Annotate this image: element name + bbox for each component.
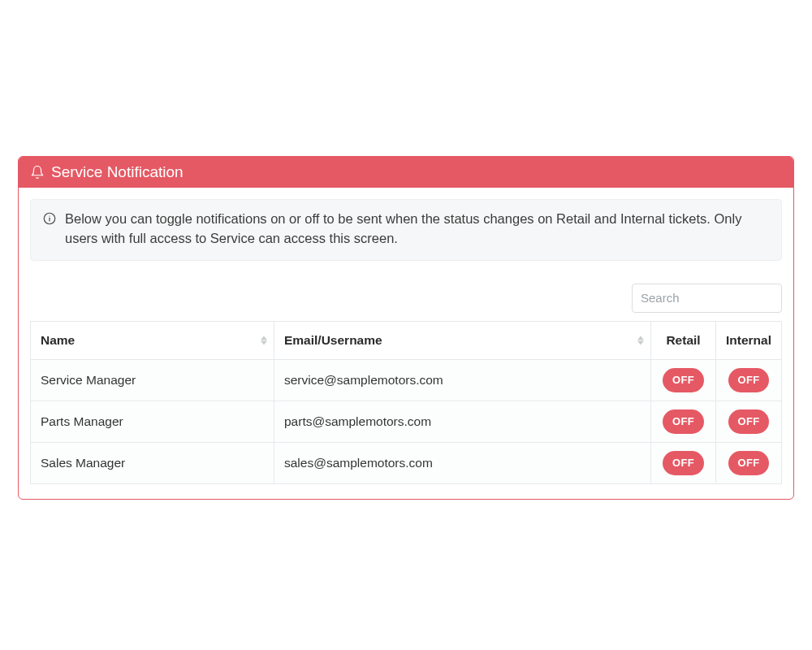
internal-toggle[interactable]: OFF — [728, 451, 770, 475]
cell-name: Parts Manager — [31, 401, 274, 442]
col-header-retail: Retail — [651, 321, 716, 359]
panel-header: Service Notification — [19, 157, 793, 188]
sort-icon — [261, 336, 267, 344]
cell-name: Service Manager — [31, 359, 274, 401]
panel-title: Service Notification — [51, 163, 184, 181]
retail-toggle[interactable]: OFF — [663, 368, 704, 392]
cell-retail: OFF — [651, 401, 716, 442]
col-header-email[interactable]: Email/Username — [274, 321, 651, 359]
info-box: Below you can toggle notifications on or… — [30, 199, 782, 261]
col-header-name-label: Name — [41, 333, 75, 347]
info-icon — [42, 211, 57, 232]
table-row: Service Manager service@samplemotors.com… — [31, 359, 782, 401]
cell-internal: OFF — [716, 359, 782, 401]
col-header-email-label: Email/Username — [284, 333, 382, 347]
cell-email: parts@samplemotors.com — [274, 401, 651, 442]
table-row: Parts Manager parts@samplemotors.com OFF… — [31, 401, 782, 442]
col-header-retail-label: Retail — [666, 333, 700, 347]
cell-internal: OFF — [716, 401, 782, 442]
cell-name: Sales Manager — [31, 442, 274, 483]
internal-toggle[interactable]: OFF — [728, 410, 770, 434]
col-header-name[interactable]: Name — [31, 321, 274, 359]
sort-icon — [637, 336, 644, 344]
search-row — [30, 284, 782, 313]
cell-email: sales@samplemotors.com — [274, 442, 651, 483]
cell-internal: OFF — [716, 442, 782, 483]
bell-icon — [30, 165, 45, 180]
cell-retail: OFF — [651, 359, 716, 401]
panel-body: Below you can toggle notifications on or… — [19, 188, 793, 499]
internal-toggle[interactable]: OFF — [728, 368, 770, 392]
info-text: Below you can toggle notifications on or… — [65, 210, 770, 249]
retail-toggle[interactable]: OFF — [663, 451, 704, 475]
col-header-internal: Internal — [716, 321, 782, 359]
svg-point-2 — [49, 215, 50, 216]
search-input[interactable] — [632, 284, 782, 313]
cell-retail: OFF — [651, 442, 716, 483]
notification-table: Name Email/Username Retail Internal — [30, 321, 782, 484]
cell-email: service@samplemotors.com — [274, 359, 651, 401]
table-header-row: Name Email/Username Retail Internal — [31, 321, 782, 359]
table-row: Sales Manager sales@samplemotors.com OFF… — [31, 442, 782, 483]
retail-toggle[interactable]: OFF — [663, 410, 704, 434]
service-notification-panel: Service Notification Below you can toggl… — [18, 156, 794, 500]
col-header-internal-label: Internal — [726, 333, 771, 347]
